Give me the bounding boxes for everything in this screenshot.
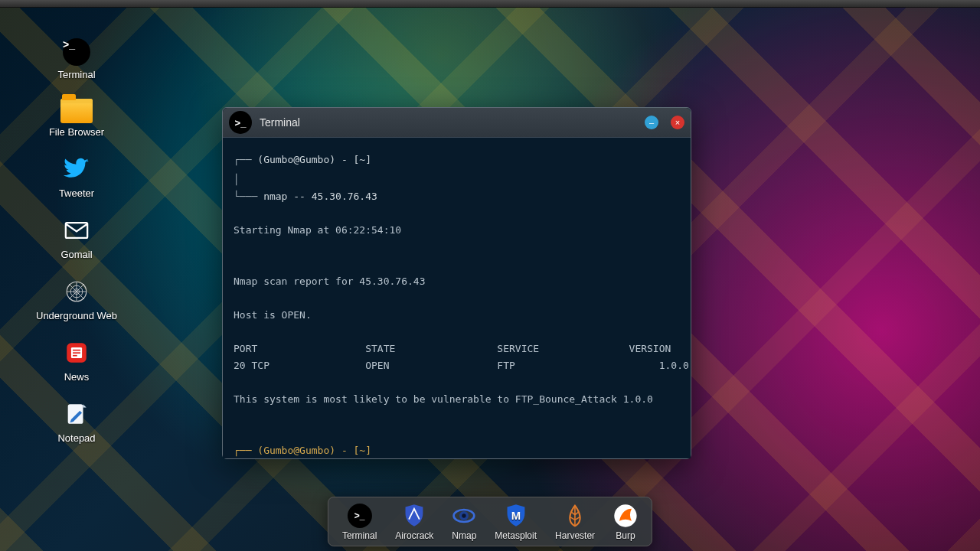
output-line: Nmap scan report for 45.30.76.43 [234, 273, 680, 290]
desktop-icon-notepad[interactable]: Notepad [31, 401, 122, 444]
output-columns: PORT STATE SERVICE VERSION [234, 341, 680, 357]
web-icon [64, 279, 90, 307]
output-row: 20 TCP OPEN FTP 1.0.0 [234, 357, 680, 374]
metasploit-icon: M [504, 504, 528, 528]
desktop-icon-tweeter[interactable]: Tweeter [31, 156, 122, 199]
close-button[interactable]: × [671, 116, 684, 129]
output-line: This system is most likely to be vulnera… [234, 391, 680, 408]
output-line: Starting Nmap at 06:22:54:10 [234, 222, 680, 239]
desktop-icon-underground-web[interactable]: Underground Web [31, 279, 122, 321]
dock-item-label: Harvester [555, 530, 595, 541]
window-title: Terminal [260, 116, 632, 129]
airocrack-icon [402, 504, 426, 528]
svg-rect-7 [73, 352, 80, 354]
desktop-icon-label: News [64, 371, 90, 383]
svg-point-12 [462, 514, 466, 517]
dock-item-label: Metasploit [495, 530, 537, 541]
desktop-icon-gomail[interactable]: Gomail [31, 217, 122, 260]
envelope-icon [64, 217, 90, 246]
terminal-icon: >_ [348, 504, 372, 528]
desktop-icon-label: Terminal [57, 69, 95, 80]
prompt-box-art: │ [234, 174, 240, 185]
prompt-box-art: ┌── [234, 154, 251, 165]
dock-item-label: Airocrack [395, 530, 433, 541]
prompt-user: (Gumbo@Gumbo) - [~] [257, 445, 371, 456]
svg-rect-6 [73, 350, 80, 351]
prompt-user: (Gumbo@Gumbo) - [~] [257, 154, 371, 165]
notepad-icon [64, 401, 90, 429]
nmap-icon [452, 504, 476, 528]
news-icon [64, 340, 90, 368]
dock-item-label: Burp [616, 530, 635, 541]
minimize-button[interactable]: – [645, 116, 658, 129]
output-line: Host is OPEN. [234, 307, 680, 324]
dock: >_ Terminal Airocrack Nmap M Metasploit … [328, 497, 652, 546]
terminal-window[interactable]: >_ Terminal – × ┌── (Gumbo@Gumbo) - [~] … [222, 107, 691, 459]
prompt-box-art: └─── [234, 191, 257, 202]
svg-rect-0 [66, 223, 87, 238]
harvester-icon [563, 504, 587, 528]
window-titlebar[interactable]: >_ Terminal – × [223, 108, 691, 137]
desktop-icon-file-browser[interactable]: File Browser [31, 99, 122, 138]
dock-item-harvester[interactable]: Harvester [555, 504, 595, 541]
dock-item-label: Nmap [452, 530, 476, 541]
top-panel [0, 0, 980, 8]
desktop-icon-label: Tweeter [59, 187, 94, 199]
dock-item-airocrack[interactable]: Airocrack [395, 504, 433, 541]
dock-item-metasploit[interactable]: M Metasploit [495, 504, 537, 541]
prompt-box-art: ┌── [234, 445, 251, 456]
terminal-command: nmap -- 45.30.76.43 [263, 191, 377, 202]
dock-item-terminal[interactable]: >_ Terminal [342, 504, 377, 541]
terminal-icon: >_ [229, 111, 252, 134]
desktop-icon-label: Underground Web [36, 310, 117, 321]
burp-icon [613, 504, 638, 528]
desktop-icon-label: File Browser [49, 126, 104, 138]
bird-icon [64, 156, 90, 184]
dock-item-nmap[interactable]: Nmap [452, 504, 476, 541]
desktop-icon-news[interactable]: News [31, 340, 122, 383]
svg-text:M: M [511, 510, 520, 522]
dock-item-label: Terminal [342, 530, 377, 541]
desktop-icon-label: Notepad [57, 432, 95, 444]
terminal-output[interactable]: ┌── (Gumbo@Gumbo) - [~] │ └─── nmap -- 4… [223, 137, 691, 458]
dock-item-burp[interactable]: Burp [613, 504, 638, 541]
terminal-icon: >_ [63, 38, 90, 66]
desktop-icon-terminal[interactable]: >_ Terminal [31, 38, 122, 80]
folder-icon [60, 99, 93, 123]
desktop-icon-label: Gomail [60, 249, 92, 260]
svg-rect-8 [73, 355, 77, 357]
desktop-icon-grid: >_ Terminal File Browser Tweeter Gomail … [0, 38, 153, 444]
